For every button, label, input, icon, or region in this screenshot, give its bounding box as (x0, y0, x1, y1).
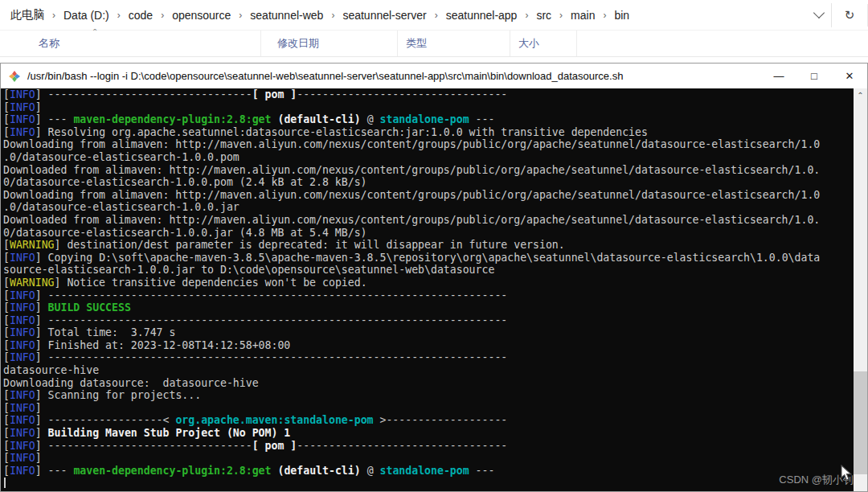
log-segment: [ (3, 88, 10, 100)
log-segment: ] (55, 277, 68, 289)
log-segment: 0/datasource-elasticsearch-1.0.0.pom (2.… (3, 176, 367, 188)
breadcrumb-item[interactable]: 此电脑 (8, 6, 47, 24)
log-segment: ] (35, 339, 48, 351)
log-segment: .0/datasource-elasticsearch-1.0.0.jar (3, 201, 240, 213)
log-segment: ] (35, 440, 48, 452)
log-segment: [ (3, 339, 10, 351)
log-segment: [ (3, 402, 10, 414)
column-header-date-label: 修改日期 (277, 36, 319, 51)
terminal-line: [INFO] Scanning for projects... (3, 389, 854, 402)
log-segment: --- (48, 113, 74, 125)
log-segment: Finished at: 2023-12-08T14:12:58+08:00 (48, 339, 291, 351)
address-dropdown-button[interactable] (807, 4, 831, 27)
log-segment: >------------------- (374, 414, 508, 426)
breadcrumb-separator: › (331, 10, 334, 21)
terminal-line: [INFO] (3, 402, 854, 415)
terminal-titlebar: /usr/bin/bash --login -i D:\code\opensou… (1, 64, 867, 88)
log-segment: ] (35, 402, 42, 414)
log-segment: ----------------------------------------… (48, 289, 508, 301)
log-segment: [ (3, 239, 10, 251)
terminal-line: [WARNING] destination/dest parameter is … (3, 239, 854, 252)
breadcrumb-item[interactable]: main (568, 7, 597, 23)
log-segment: [ (3, 101, 10, 113)
log-segment: ] (35, 452, 42, 464)
breadcrumb-item[interactable]: Data (D:) (61, 7, 112, 23)
breadcrumb-separator: › (603, 10, 606, 21)
breadcrumb-item[interactable]: bin (612, 7, 632, 23)
terminal-line: [INFO] Copying D:\soft\apache-maven-3.8.… (3, 252, 854, 264)
log-segment: ] (35, 252, 48, 264)
log-segment: ] (55, 239, 68, 251)
terminal-line: source-elasticsearch-1.0.0.jar to D:\cod… (3, 264, 854, 277)
minimize-button[interactable]: — (761, 64, 796, 88)
column-header-size[interactable]: 大小 (510, 31, 577, 56)
breadcrumb-separator: › (161, 10, 164, 21)
log-segment: [ (3, 427, 10, 439)
log-segment: INFO (10, 427, 35, 439)
log-segment: INFO (10, 289, 35, 301)
file-list-headers: 名称 修改日期 类型 大小 (0, 31, 868, 57)
terminal-line: [INFO] (3, 452, 854, 465)
log-segment: [ (3, 113, 10, 125)
log-segment: @ (361, 465, 380, 477)
log-segment: 0/datasource-elasticsearch-1.0.0.jar (4.… (3, 227, 367, 239)
refresh-button[interactable]: ↻ (832, 4, 868, 27)
close-button[interactable]: ✕ (832, 64, 867, 88)
log-segment: ] (35, 389, 48, 401)
column-header-size-label: 大小 (518, 36, 539, 51)
breadcrumb-item[interactable]: src (534, 7, 554, 23)
window-controls: — □ ✕ (761, 64, 867, 88)
log-segment: ] (35, 301, 48, 314)
log-segment: maven-dependency-plugin:2.8:get (73, 465, 271, 477)
breadcrumb-item[interactable]: code (126, 7, 155, 23)
terminal-line: [INFO] BUILD SUCCESS (3, 301, 854, 314)
log-segment: ] (35, 88, 48, 100)
log-segment: INFO (10, 101, 35, 113)
log-segment: Building Maven Stub Project (No POM) 1 (48, 427, 291, 439)
breadcrumb-separator: › (559, 10, 563, 21)
column-header-date-modified[interactable]: 修改日期 (261, 31, 398, 56)
log-segment: INFO (10, 440, 35, 452)
log-segment: (default-cli) (277, 465, 360, 477)
log-segment: INFO (10, 389, 35, 401)
explorer-address-bar: 此电脑›Data (D:)›code›opensource›seatunnel-… (0, 0, 868, 31)
log-segment: INFO (10, 88, 35, 100)
log-segment: ] (35, 414, 48, 426)
log-segment: [ (3, 301, 10, 314)
scrollbar-up-arrow-icon[interactable]: ⌃ (854, 88, 867, 102)
terminal-line: Downloading from alimaven: http://maven.… (3, 189, 854, 202)
breadcrumb-item[interactable]: seatunnel-web (248, 7, 326, 23)
terminal-output[interactable]: [INFO] --------------------------------[… (1, 88, 854, 491)
terminal-line: [INFO] ---------------------------------… (3, 289, 854, 302)
log-segment: [ (3, 414, 10, 426)
terminal-line: [INFO] --------------------------------[… (3, 440, 854, 453)
column-header-name[interactable]: 名称 (0, 31, 261, 56)
terminal-line: 0/datasource-elasticsearch-1.0.0.jar (4.… (3, 227, 854, 240)
chevron-down-icon (813, 7, 825, 18)
breadcrumb-item[interactable]: opensource (170, 7, 233, 23)
terminal-line: [WARNING] Notice transitive dependencies… (3, 277, 854, 289)
mouse-cursor (841, 465, 854, 482)
log-segment: ] (35, 351, 48, 363)
terminal-line: 0/datasource-elasticsearch-1.0.0.pom (2.… (3, 176, 854, 189)
log-segment: org.apache.maven:standalone-pom (175, 414, 373, 426)
breadcrumb-separator: › (52, 10, 55, 21)
column-header-type[interactable]: 类型 (398, 31, 510, 56)
log-segment: ] (35, 101, 42, 113)
terminal-window: /usr/bin/bash --login -i D:\code\opensou… (0, 63, 868, 492)
log-segment: datasource-hive (3, 364, 99, 376)
terminal-line: .0/datasource-elasticsearch-1.0.0.pom (3, 151, 854, 164)
scrollbar-thumb[interactable] (854, 371, 867, 474)
log-segment: Copying D:\soft\apache-maven-3.8.5\apach… (48, 252, 821, 264)
breadcrumb-item[interactable]: seatunnel-app (444, 7, 520, 23)
log-segment: INFO (10, 414, 35, 426)
log-segment: .0/datasource-elasticsearch-1.0.0.pom (3, 151, 240, 163)
terminal-scrollbar[interactable]: ⌃ (854, 88, 867, 491)
log-segment: WARNING (10, 277, 55, 289)
terminal-line: .0/datasource-elasticsearch-1.0.0.jar (3, 201, 854, 214)
maximize-button[interactable]: □ (796, 64, 832, 88)
log-segment: --- (469, 113, 495, 125)
log-segment: ----------------------------------------… (48, 314, 508, 326)
breadcrumb-item[interactable]: seatunnel-server (340, 7, 428, 23)
log-segment: [ (3, 389, 10, 401)
